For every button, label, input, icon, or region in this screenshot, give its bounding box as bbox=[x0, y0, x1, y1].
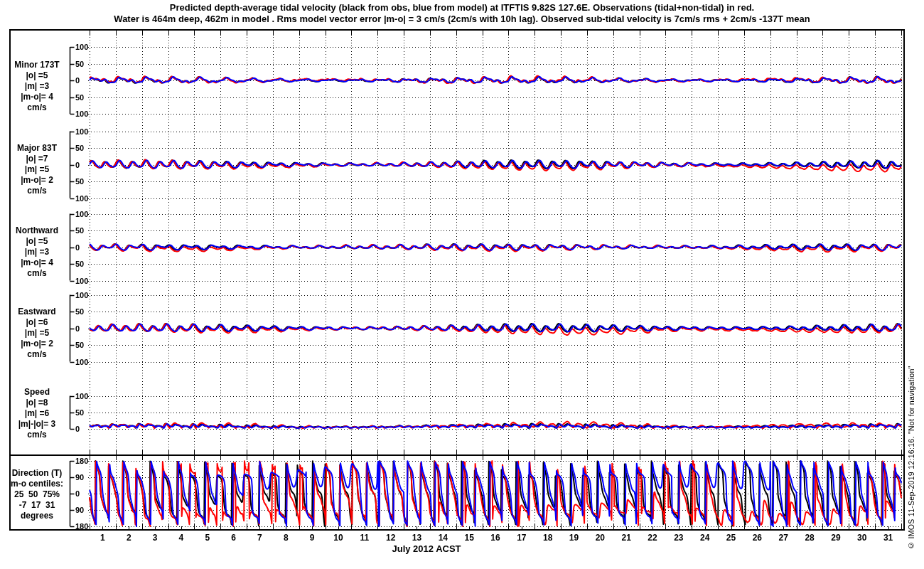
x-day-label: 8 bbox=[275, 533, 296, 543]
x-day-label: 23 bbox=[668, 533, 689, 543]
x-day-label: 20 bbox=[589, 533, 611, 543]
panel-label-line: -7 17 31 bbox=[3, 500, 71, 511]
x-day-label: 21 bbox=[616, 533, 637, 543]
x-day-label: 11 bbox=[354, 533, 375, 543]
x-day-label: 27 bbox=[773, 533, 794, 543]
panel-label-line: |m| =3 bbox=[3, 247, 71, 257]
y-tick-label-direction-t: 90 bbox=[75, 473, 84, 482]
x-day-label: 25 bbox=[721, 533, 742, 543]
y-tick-label-northward: 100 bbox=[75, 210, 88, 218]
panel-label-line: cm/s bbox=[3, 186, 71, 196]
panel-label-major-83t: Major 83T|o| =7|m| =5|m-o|= 2cm/s bbox=[3, 143, 71, 196]
panel-label-line: Direction (T) bbox=[3, 468, 71, 479]
y-tick-label-major-83t: 100 bbox=[75, 194, 88, 203]
y-tick-label-eastward: 50 bbox=[75, 341, 84, 349]
panel-label-line: Minor 173T bbox=[3, 60, 71, 70]
x-day-label: 7 bbox=[249, 533, 270, 543]
y-tick-label-northward: 50 bbox=[75, 260, 84, 268]
panel-label-eastward: Eastward|o| =6|m| =5|m-o|= 2cm/s bbox=[3, 307, 71, 360]
panel-label-line: |m| =5 bbox=[3, 328, 71, 339]
x-day-label: 22 bbox=[642, 533, 663, 543]
y-tick-label-minor-173t: 100 bbox=[75, 110, 88, 118]
panel-label-line: |m| =5 bbox=[3, 164, 71, 175]
panel-label-line: |m-o|= 2 bbox=[3, 339, 71, 349]
y-tick-label-direction-t: 180 bbox=[75, 522, 88, 531]
panel-label-northward: Northward|o| =5|m| =3|m-o|= 4cm/s bbox=[3, 225, 71, 279]
y-tick-label-eastward: 100 bbox=[75, 291, 88, 299]
y-tick-label-major-83t: 50 bbox=[75, 144, 84, 152]
y-tick-label-eastward: 50 bbox=[75, 307, 84, 316]
panel-label-direction-t: Direction (T)m-o centiles:25 50 75%-7 17… bbox=[3, 468, 71, 521]
panel-label-line: Eastward bbox=[3, 307, 71, 317]
x-day-label: 19 bbox=[564, 533, 585, 543]
tidal-validation-figure: Predicted depth-average tidal velocity (… bbox=[0, 0, 924, 569]
panel-label-speed: Speed|o| =8|m| =6|m|-|o|= 3cm/s bbox=[3, 387, 71, 440]
x-day-label: 5 bbox=[197, 533, 218, 543]
panel-label-line: |o| =5 bbox=[3, 70, 71, 81]
x-day-label: 1 bbox=[92, 533, 113, 543]
y-tick-label-major-83t: 0 bbox=[75, 161, 80, 169]
y-tick-label-minor-173t: 0 bbox=[75, 76, 80, 85]
x-day-label: 3 bbox=[144, 533, 166, 543]
y-tick-label-speed: 50 bbox=[75, 408, 84, 417]
panel-label-line: Major 83T bbox=[3, 143, 71, 154]
x-day-label: 6 bbox=[223, 533, 245, 543]
y-tick-label-major-83t: 100 bbox=[75, 127, 88, 136]
chart-canvas bbox=[0, 0, 924, 569]
x-day-label: 16 bbox=[485, 533, 506, 543]
x-day-label: 26 bbox=[746, 533, 768, 543]
panel-label-line: |m-o|= 4 bbox=[3, 92, 71, 102]
panel-label-line: |o| =6 bbox=[3, 317, 71, 328]
panel-label-line: |m-o|= 4 bbox=[3, 257, 71, 268]
panel-label-line: |o| =5 bbox=[3, 236, 71, 247]
panel-label-line: |m|-|o|= 3 bbox=[3, 419, 71, 430]
x-day-label: 24 bbox=[694, 533, 716, 543]
y-tick-label-speed: 0 bbox=[75, 425, 80, 433]
x-day-label: 10 bbox=[328, 533, 349, 543]
panel-label-line: Speed bbox=[3, 387, 71, 398]
x-axis-title: July 2012 ACST bbox=[348, 543, 505, 554]
panel-label-line: |m| =6 bbox=[3, 408, 71, 419]
x-day-label: 13 bbox=[406, 533, 427, 543]
x-day-label: 12 bbox=[380, 533, 402, 543]
x-day-label: 17 bbox=[511, 533, 532, 543]
y-tick-label-minor-173t: 50 bbox=[75, 93, 84, 102]
panel-label-line: |m| =3 bbox=[3, 81, 71, 92]
x-day-label: 18 bbox=[537, 533, 559, 543]
x-day-label: 14 bbox=[432, 533, 453, 543]
x-day-label: 30 bbox=[852, 533, 873, 543]
panel-label-line: degrees bbox=[3, 511, 71, 521]
y-tick-label-northward: 0 bbox=[75, 243, 80, 252]
panel-label-line: |m-o|= 2 bbox=[3, 175, 71, 186]
x-day-label: 9 bbox=[301, 533, 323, 543]
x-day-label: 15 bbox=[458, 533, 480, 543]
panel-label-line: cm/s bbox=[3, 102, 71, 113]
y-tick-label-minor-173t: 50 bbox=[75, 60, 84, 68]
y-tick-label-speed: 100 bbox=[75, 392, 88, 400]
y-tick-label-direction-t: 90 bbox=[75, 506, 84, 514]
y-tick-label-major-83t: 50 bbox=[75, 177, 84, 186]
x-day-label: 2 bbox=[118, 533, 139, 543]
panel-label-line: |o| =7 bbox=[3, 154, 71, 164]
y-tick-label-eastward: 100 bbox=[75, 358, 88, 366]
copyright-watermark: © IMOS 11-Sep-2019 12:16:16. "Not for na… bbox=[907, 315, 918, 550]
figure-title-line-1: Predicted depth-average tidal velocity (… bbox=[0, 2, 924, 13]
figure-title-line-2: Water is 464m deep, 462m in model . Rms … bbox=[0, 14, 924, 24]
y-tick-label-minor-173t: 100 bbox=[75, 43, 88, 51]
panel-label-line: m-o centiles: bbox=[3, 479, 71, 489]
panel-label-line: cm/s bbox=[3, 430, 71, 440]
y-tick-label-northward: 50 bbox=[75, 226, 84, 235]
panel-label-line: 25 50 75% bbox=[3, 489, 71, 500]
panel-label-line: Northward bbox=[3, 225, 71, 236]
x-day-label: 29 bbox=[825, 533, 847, 543]
y-tick-label-direction-t: 0 bbox=[75, 489, 80, 498]
y-tick-label-eastward: 0 bbox=[75, 324, 80, 333]
x-day-label: 4 bbox=[171, 533, 192, 543]
panel-label-line: cm/s bbox=[3, 349, 71, 360]
panel-label-minor-173t: Minor 173T|o| =5|m| =3|m-o|= 4cm/s bbox=[3, 60, 71, 113]
x-day-label: 31 bbox=[878, 533, 899, 543]
panel-label-line: cm/s bbox=[3, 268, 71, 279]
y-tick-label-northward: 100 bbox=[75, 277, 88, 285]
y-tick-label-direction-t: 180 bbox=[75, 457, 88, 465]
x-day-label: 28 bbox=[799, 533, 820, 543]
